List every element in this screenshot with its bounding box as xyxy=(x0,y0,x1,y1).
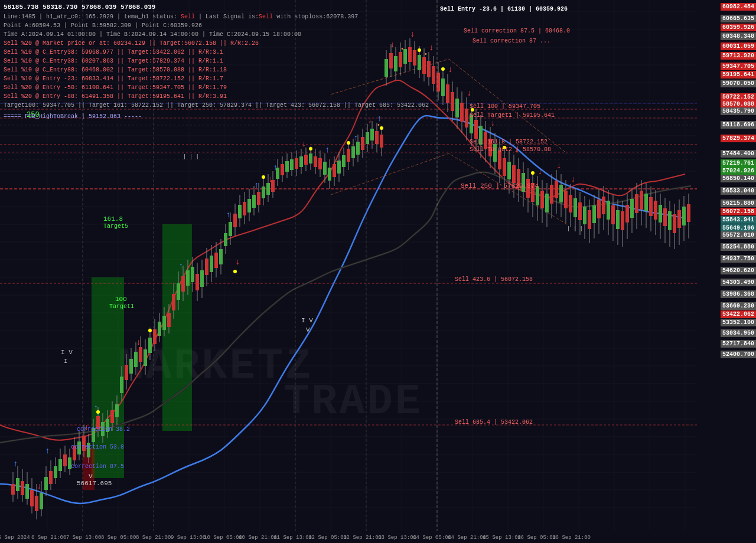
svg-text:100: 100 xyxy=(115,296,127,303)
svg-text:Target1: Target1 xyxy=(109,303,134,310)
svg-rect-115 xyxy=(134,352,138,367)
time-label-2: 7 Sep 13:00 xyxy=(66,535,101,541)
svg-point-382 xyxy=(262,175,265,179)
svg-rect-109 xyxy=(120,377,123,393)
svg-rect-305 xyxy=(583,207,586,224)
svg-rect-251 xyxy=(455,99,459,117)
price-56072: 56072.158 xyxy=(721,208,756,215)
price-53034: 53034.950 xyxy=(721,329,756,337)
svg-rect-171 xyxy=(266,183,270,195)
price-55254: 55254.880 xyxy=(721,243,756,251)
svg-rect-349 xyxy=(687,204,690,222)
svg-rect-131 xyxy=(172,294,175,310)
svg-text:Sell correction 87.5 | 60468.0: Sell correction 87.5 | 60468.0 xyxy=(464,28,570,34)
price-57024: 57024.926 xyxy=(721,167,756,175)
svg-rect-203 xyxy=(342,155,346,167)
svg-rect-341 xyxy=(668,211,672,230)
price-57484: 57484.400 xyxy=(721,150,756,158)
svg-rect-69 xyxy=(25,484,29,499)
svg-rect-271 xyxy=(503,158,506,176)
time-label-14: 15 Sep 13:00 xyxy=(483,535,521,541)
svg-rect-75 xyxy=(40,493,43,509)
svg-text:↓: ↓ xyxy=(235,257,240,267)
svg-rect-169 xyxy=(262,187,265,198)
price-59347: 59347.705 xyxy=(721,63,756,70)
svg-text:correction 87.5: correction 87.5 xyxy=(71,463,124,470)
price-53422: 53422.062 xyxy=(721,310,756,318)
time-label-0: 5 Sep 2024 xyxy=(0,535,30,541)
main-chart-svg: ↑ ↑ ↑ ↑ ↑ ↑ ↑ ↑ ↑ ↑ ↓ ↓ ↓ ↓ ↓ ↓ ↓ ↓ ↓ ↓ … xyxy=(0,0,697,531)
svg-rect-245 xyxy=(441,78,445,96)
price-54620: 54620.620 xyxy=(721,267,756,274)
price-59070: 59070.050 xyxy=(721,80,756,87)
svg-rect-217 xyxy=(375,131,379,144)
svg-text:Sell Entry -23.6 | 61130 | 603: Sell Entry -23.6 | 61130 | 60359.926 xyxy=(440,6,568,12)
svg-point-379 xyxy=(96,410,100,414)
svg-rect-137 xyxy=(186,270,190,286)
svg-rect-347 xyxy=(682,207,686,225)
svg-rect-113 xyxy=(129,359,133,374)
svg-rect-297 xyxy=(564,191,568,208)
svg-text:↓: ↓ xyxy=(467,89,471,98)
svg-rect-231 xyxy=(408,47,412,62)
svg-rect-139 xyxy=(191,267,194,282)
svg-rect-311 xyxy=(597,199,601,218)
svg-text:Sell 250 | 57829.374: Sell 250 | 57829.374 xyxy=(461,182,539,189)
svg-text:↓: ↓ xyxy=(556,161,561,171)
svg-text:Sell 685.4 | 53422.062: Sell 685.4 | 53422.062 xyxy=(455,419,533,426)
svg-rect-197 xyxy=(328,168,331,181)
price-56850: 56850.140 xyxy=(721,175,756,182)
svg-rect-129 xyxy=(167,313,171,327)
svg-rect-325 xyxy=(630,199,634,218)
svg-text:•: • xyxy=(424,51,428,58)
svg-rect-141 xyxy=(195,274,199,290)
svg-text:↓: ↓ xyxy=(571,175,575,184)
svg-rect-121 xyxy=(148,338,152,353)
svg-rect-207 xyxy=(351,146,355,158)
svg-text:I: I xyxy=(64,358,68,365)
price-58118: 58118.696 xyxy=(721,121,756,129)
time-label-12: 14 Sep 05:00 xyxy=(413,535,451,541)
price-55843: 55843.941 xyxy=(721,216,756,224)
svg-rect-333 xyxy=(649,197,653,216)
svg-rect-249 xyxy=(451,92,454,111)
svg-rect-85 xyxy=(63,454,67,466)
svg-text:↓: ↓ xyxy=(429,43,434,53)
svg-text:250: 250 xyxy=(27,111,40,119)
svg-point-381 xyxy=(233,270,237,273)
svg-text:I V: I V xyxy=(61,349,73,356)
svg-rect-155 xyxy=(229,222,232,236)
svg-rect-321 xyxy=(621,211,624,230)
price-57219: 57219.761 xyxy=(721,159,756,167)
svg-rect-71 xyxy=(30,490,34,506)
svg-rect-63 xyxy=(11,484,15,495)
svg-point-390 xyxy=(531,171,535,175)
svg-rect-323 xyxy=(625,205,629,223)
svg-rect-117 xyxy=(139,347,142,362)
price-55572: 55572.010 xyxy=(721,231,756,239)
svg-rect-65 xyxy=(16,478,19,491)
svg-rect-81 xyxy=(54,466,57,478)
svg-text:↓: ↓ xyxy=(627,185,632,194)
svg-rect-145 xyxy=(205,259,208,275)
svg-rect-303 xyxy=(578,202,582,220)
svg-text:V: V xyxy=(89,473,93,480)
price-60665: 60665.635 xyxy=(721,15,756,22)
price-60982: 60982.484 xyxy=(721,3,756,11)
svg-text:•: • xyxy=(377,122,380,129)
svg-rect-227 xyxy=(399,52,402,67)
time-label-4: 8 Sep 21:00 xyxy=(136,535,171,541)
price-59195: 59195.641 xyxy=(721,71,756,78)
svg-rect-301 xyxy=(573,198,577,217)
time-label-13: 14 Sep 21:00 xyxy=(448,535,486,541)
svg-text:↓: ↓ xyxy=(301,139,306,149)
svg-rect-293 xyxy=(555,181,558,198)
svg-rect-133 xyxy=(177,283,180,300)
svg-text:161.8: 161.8 xyxy=(103,215,123,223)
svg-rect-253 xyxy=(460,103,464,122)
price-57829: 57829.374 xyxy=(721,135,756,142)
svg-text:↑: ↑ xyxy=(13,459,18,469)
svg-rect-295 xyxy=(559,185,563,202)
svg-rect-345 xyxy=(677,210,681,228)
svg-rect-269 xyxy=(498,151,501,169)
